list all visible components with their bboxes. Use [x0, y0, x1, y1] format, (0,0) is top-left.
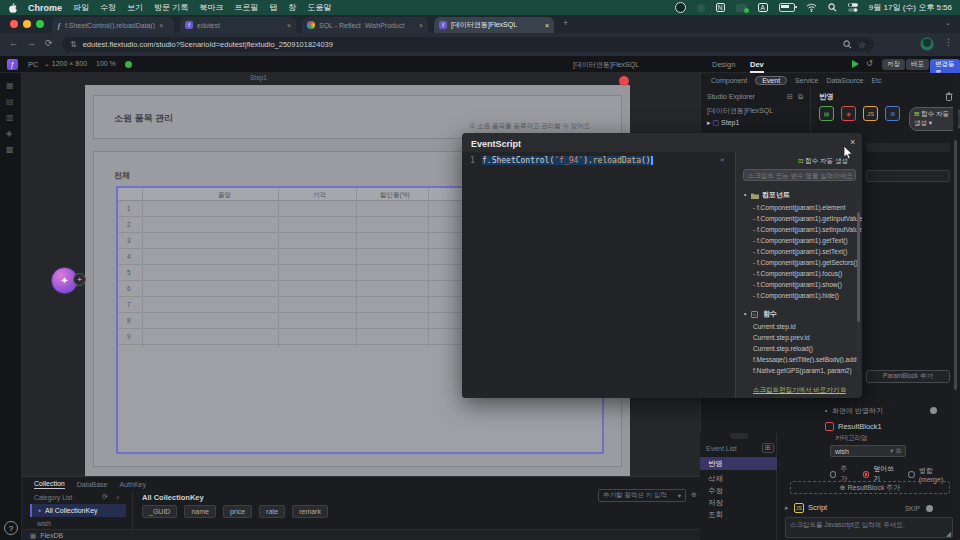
- tab-component[interactable]: Component: [711, 77, 747, 84]
- new-tab-button[interactable]: +: [563, 18, 568, 28]
- helper-item[interactable]: - f.Component(param1).getInputValue: [753, 215, 862, 222]
- component-group-label[interactable]: 컴포넌트: [762, 190, 790, 200]
- back-button[interactable]: ←: [9, 38, 18, 48]
- panel-collapse-handle[interactable]: [730, 433, 748, 439]
- deploy-button[interactable]: 배포: [906, 59, 929, 70]
- script-collapse-arrow[interactable]: ▸: [785, 504, 789, 512]
- delete-event-icon[interactable]: ◈: [841, 106, 856, 121]
- helper-generate-button[interactable]: ⊡ 함수 자동 생성: [798, 157, 848, 166]
- apple-menu-icon[interactable]: [8, 2, 17, 13]
- browser-tab[interactable]: ƒ f.SheetControl().reloadData() ×: [52, 17, 174, 33]
- menu-tab[interactable]: 탭: [269, 2, 277, 13]
- menu-help[interactable]: 도움말: [307, 2, 331, 13]
- explorer-expand-icon[interactable]: ⧉: [798, 93, 803, 101]
- helper-scrollbar[interactable]: [857, 200, 860, 370]
- helper-item[interactable]: - f.Component(param1).getSectors(): [753, 259, 858, 266]
- tab-close-icon[interactable]: ×: [287, 22, 291, 29]
- code-editor[interactable]: 1 f.SheetControl('f_94').reloadData() »: [462, 152, 735, 398]
- scrollbar-thumb[interactable]: [954, 140, 957, 390]
- radio-overwrite[interactable]: [863, 471, 869, 478]
- control-center-icon[interactable]: [848, 3, 858, 12]
- browser-menu-kebab-icon[interactable]: ⋮: [944, 37, 953, 47]
- battery-icon[interactable]: [779, 3, 795, 12]
- resultblock-title[interactable]: ResultBlock1: [838, 422, 882, 431]
- record-indicator[interactable]: [619, 76, 629, 86]
- tab-close-icon[interactable]: ×: [159, 22, 163, 29]
- resolution-select[interactable]: ⌄ 1200 × 800: [44, 60, 87, 68]
- category-item-wish[interactable]: wish: [37, 520, 51, 527]
- helper-item[interactable]: - f.Component(param1).setInputValue: [753, 226, 862, 233]
- helper-item[interactable]: Current.step.reload(): [753, 345, 813, 352]
- radio-merge[interactable]: [908, 471, 914, 478]
- field-chip[interactable]: _GUID: [142, 505, 177, 518]
- profile-avatar[interactable]: [920, 37, 934, 51]
- panel-scrollbar[interactable]: [953, 76, 958, 536]
- helper-item[interactable]: Current.step.prev.id: [753, 334, 810, 341]
- trash-icon[interactable]: [945, 92, 953, 101]
- col-header[interactable]: 가격: [313, 191, 326, 200]
- reload-button[interactable]: ⟳: [45, 38, 53, 48]
- helper-item[interactable]: - f.Component(param1).hide(): [753, 292, 839, 299]
- notion-status-icon[interactable]: N: [716, 3, 725, 12]
- zoom-level[interactable]: 100 %: [96, 60, 116, 67]
- keyboard-status-icon[interactable]: [736, 4, 747, 12]
- helper-item[interactable]: f.Native.getGPS(param1, param2): [753, 367, 852, 374]
- input-source-icon[interactable]: A: [758, 3, 768, 12]
- script-section-label[interactable]: Script: [808, 503, 827, 512]
- tab-database[interactable]: DataBase: [77, 481, 108, 488]
- omnibox[interactable]: ⇅ edutest.flextudio.com/studio?ScenarioI…: [62, 37, 874, 52]
- chevron-down-icon[interactable]: ▾: [890, 447, 893, 455]
- rail-components-icon[interactable]: ▤: [6, 97, 14, 106]
- menu-profiles[interactable]: 프로필: [234, 2, 258, 13]
- mode-tab-dev[interactable]: Dev: [750, 60, 764, 73]
- rail-layers-icon[interactable]: ▥: [6, 113, 14, 122]
- menu-window[interactable]: 창: [288, 2, 296, 13]
- col-header[interactable]: 할인율(%): [380, 191, 410, 200]
- add-collection-key-select[interactable]: 추가할 컬렉션 키 입력 ▾: [598, 489, 686, 502]
- helper-search-input[interactable]: 스크립트 또는 변수 명을 입력하세요.: [743, 169, 856, 181]
- flexdb-label[interactable]: FlexDB: [40, 532, 63, 539]
- omnibox-search-icon[interactable]: [843, 40, 852, 49]
- radio-add[interactable]: [830, 471, 836, 478]
- menu-view[interactable]: 보기: [127, 2, 143, 13]
- menu-history[interactable]: 방문 기록: [154, 2, 188, 13]
- radio-merge-label[interactable]: 병합(merge): [919, 466, 953, 483]
- script-editor-link[interactable]: 스크립트편집기에서 바로가기 ⧉: [753, 386, 846, 395]
- window-zoom-button[interactable]: [36, 20, 44, 28]
- browser-tab[interactable]: SQL - Reflect_WishProduct ×: [302, 17, 428, 33]
- tab-search-chevron-icon[interactable]: ⌄: [945, 19, 951, 27]
- tab-service[interactable]: Service: [795, 77, 818, 84]
- add-category-icon[interactable]: ＋: [114, 493, 121, 503]
- helper-item[interactable]: Current.step.id: [753, 323, 796, 330]
- property-input-placeholder[interactable]: [866, 170, 950, 182]
- js-event-icon[interactable]: JS: [863, 106, 878, 121]
- tab-authkey[interactable]: AuthKey: [120, 481, 146, 488]
- tab-event[interactable]: Event: [755, 76, 787, 85]
- category-item-selected[interactable]: ✦ All CollectionKey: [30, 504, 126, 517]
- browser-tab[interactable]: f edutest ×: [180, 17, 296, 33]
- category-value-chip[interactable]: wish ▾ ⧉: [830, 445, 906, 457]
- url-text[interactable]: edutest.flextudio.com/studio?ScenarioId=…: [83, 40, 333, 49]
- field-chip[interactable]: price: [223, 505, 252, 518]
- flexstudio-logo-icon[interactable]: ƒ: [7, 59, 18, 70]
- site-settings-icon[interactable]: ⇅: [70, 40, 77, 49]
- browser-tab-active[interactable]: f [데이터연동]FlexSQL ×: [434, 17, 554, 33]
- menu-edit[interactable]: 수정: [100, 2, 116, 13]
- canvas-step-label[interactable]: Step1: [250, 74, 267, 81]
- menubar-app-name[interactable]: Chrome: [28, 3, 62, 13]
- list-event-icon[interactable]: ≣: [885, 106, 900, 121]
- window-close-button[interactable]: [10, 20, 18, 28]
- spotlight-search-icon[interactable]: [828, 3, 837, 12]
- col-header[interactable]: 품명: [218, 191, 231, 200]
- help-button[interactable]: ?: [4, 521, 18, 535]
- function-group-label[interactable]: 함수: [763, 309, 777, 319]
- rail-assets-icon[interactable]: ◈: [6, 129, 12, 138]
- tab-close-icon[interactable]: ×: [419, 22, 423, 29]
- wifi-icon[interactable]: [806, 3, 817, 12]
- event-item[interactable]: 삭제: [708, 474, 723, 484]
- rail-settings-icon[interactable]: ▩: [6, 145, 14, 154]
- menu-file[interactable]: 파일: [73, 2, 89, 13]
- forward-button[interactable]: →: [27, 38, 36, 48]
- sheet-event-icon[interactable]: ▤: [819, 106, 834, 121]
- code-line[interactable]: f.SheetControl('f_94').reloadData(): [482, 156, 653, 165]
